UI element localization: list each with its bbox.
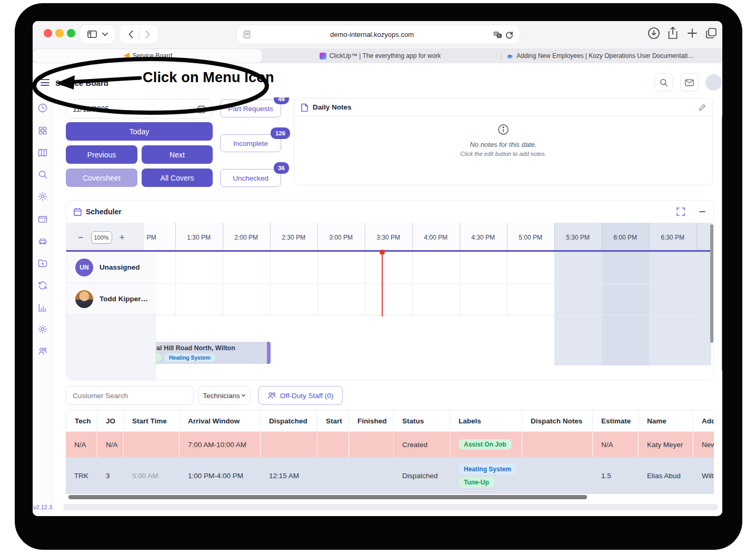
table-cell-labels: Assist On Job bbox=[450, 432, 522, 457]
unchecked-button[interactable]: Unchecked bbox=[220, 169, 281, 187]
page-scrollbar[interactable] bbox=[722, 116, 722, 371]
table-column-header[interactable]: Arrival Window bbox=[180, 410, 261, 432]
after-hours-shading bbox=[554, 252, 602, 365]
bottom-scroll-track bbox=[63, 504, 718, 510]
resource-row-unassigned[interactable]: UN Unassigned bbox=[66, 252, 156, 283]
technicians-dropdown[interactable]: Technicians bbox=[198, 386, 251, 405]
new-tab-icon[interactable] bbox=[687, 28, 698, 38]
tab-separator bbox=[501, 52, 502, 60]
tab-overview-icon[interactable] bbox=[705, 27, 717, 39]
tab-documentation[interactable]: Adding New Employees | Kozy Operations U… bbox=[506, 48, 722, 63]
users-icon bbox=[267, 392, 276, 399]
table-horizontal-scrollbar[interactable] bbox=[68, 495, 587, 499]
table-column-header[interactable]: Dispatch Notes bbox=[522, 410, 593, 432]
downloads-icon[interactable] bbox=[648, 27, 660, 39]
table-column-header[interactable]: Start Time bbox=[124, 410, 180, 432]
scheduler-scrollbar[interactable] bbox=[710, 224, 713, 343]
table-column-header[interactable]: Estimate bbox=[593, 410, 639, 432]
avatar[interactable] bbox=[705, 74, 722, 91]
sidebar-item-history[interactable] bbox=[37, 103, 48, 113]
sidebar-item-add-folder[interactable] bbox=[37, 258, 48, 269]
timeline-header-gridline bbox=[175, 223, 176, 252]
table-row[interactable]: N/AN/A7:00 AM-10:00 AMCreatedAssist On J… bbox=[66, 432, 714, 457]
table-column-header[interactable]: Name bbox=[639, 410, 693, 432]
global-search-button[interactable] bbox=[654, 73, 673, 92]
info-icon bbox=[498, 124, 509, 135]
scheduler-title: Scheduler bbox=[86, 207, 672, 216]
forward-icon[interactable] bbox=[145, 30, 151, 38]
url-bar[interactable]: demo-internal.kozyops.com Ax bbox=[237, 25, 520, 44]
table-column-header[interactable]: Start bbox=[317, 410, 349, 432]
sidebar-item-settings[interactable] bbox=[37, 191, 48, 202]
browser-toolbar: demo-internal.kozyops.com Ax bbox=[33, 21, 722, 48]
table-column-header[interactable]: Status bbox=[394, 410, 450, 432]
date-field[interactable]: 11/12/2025 bbox=[66, 99, 212, 118]
all-covers-button[interactable]: All Covers bbox=[142, 169, 213, 187]
table-row[interactable]: TRK35:00 AM1:00 PM-4:00 PM12:15 AMDispat… bbox=[66, 457, 714, 494]
off-duty-staff-button[interactable]: Off-Duty Staff (0) bbox=[258, 386, 343, 405]
zoom-in-button[interactable]: + bbox=[120, 233, 125, 242]
table-cell-tech: N/A bbox=[66, 432, 97, 457]
collapse-icon[interactable] bbox=[699, 208, 706, 215]
sidebar-item-wallet[interactable] bbox=[37, 214, 48, 224]
sidebar-item-admin-settings[interactable] bbox=[37, 324, 48, 334]
after-hours-shading bbox=[697, 252, 711, 365]
sidebar-item-staff[interactable] bbox=[37, 346, 48, 357]
edit-pencil-icon[interactable] bbox=[699, 104, 706, 111]
table-column-header[interactable]: JO bbox=[97, 410, 124, 432]
table-column-header[interactable]: Finished bbox=[349, 410, 394, 432]
scheduled-job-event[interactable]: al Hill Road North, Wilton Heating Syste… bbox=[143, 342, 271, 364]
menu-icon[interactable] bbox=[41, 79, 49, 86]
sidebar-item-search[interactable] bbox=[37, 169, 48, 180]
table-column-header[interactable]: Add bbox=[693, 410, 714, 432]
resource-row-technician[interactable]: Todd Kipper… bbox=[66, 283, 156, 315]
customer-search-input[interactable] bbox=[66, 386, 194, 405]
table-cell-arrival: 1:00 PM-4:00 PM bbox=[180, 457, 261, 494]
sidebar-item-map[interactable] bbox=[37, 147, 48, 158]
time-column-label: 6:30 PM bbox=[649, 223, 697, 252]
sidebar-item-apps[interactable] bbox=[37, 125, 48, 136]
part-requests-button[interactable]: Part Requests bbox=[220, 100, 281, 117]
event-resize-handle[interactable] bbox=[267, 342, 271, 364]
share-icon[interactable] bbox=[667, 26, 679, 40]
time-column-label: 3:30 PM bbox=[365, 223, 412, 252]
sidebar-item-fleet[interactable] bbox=[37, 236, 48, 246]
coversheet-button[interactable]: Coversheet bbox=[66, 169, 137, 187]
zoom-window-button[interactable] bbox=[67, 29, 75, 37]
chevron-down-icon[interactable] bbox=[102, 32, 108, 36]
resource-name: Todd Kipper… bbox=[100, 295, 148, 303]
table-column-header[interactable]: Labels bbox=[450, 410, 522, 432]
tab-service-board[interactable]: Service Board bbox=[34, 49, 262, 63]
timeline-body: al Hill Road North, Wilton Heating Syste… bbox=[66, 252, 714, 380]
previous-button[interactable]: Previous bbox=[66, 145, 137, 164]
minimize-window-button[interactable] bbox=[55, 29, 64, 37]
current-time-line bbox=[382, 252, 383, 316]
today-button[interactable]: Today bbox=[66, 122, 213, 141]
zoom-out-button[interactable]: − bbox=[78, 233, 84, 242]
table-cell-status: Dispatched bbox=[394, 457, 450, 494]
docs-favicon bbox=[506, 53, 513, 60]
event-title: al Hill Road North, Wilton bbox=[156, 344, 235, 352]
zoom-controls: − 100% + bbox=[66, 223, 144, 252]
reload-icon[interactable] bbox=[505, 31, 513, 39]
table-column-header[interactable]: Tech bbox=[66, 410, 97, 432]
sidebar-item-reports[interactable] bbox=[37, 302, 48, 313]
back-icon[interactable] bbox=[128, 30, 134, 38]
page-title: Service Board bbox=[55, 78, 108, 87]
translate-icon[interactable]: Ax bbox=[493, 31, 502, 38]
table-column-header[interactable]: Dispatched bbox=[261, 410, 317, 432]
daily-notes-panel: Daily Notes No notes for this date. Clic… bbox=[294, 98, 713, 185]
close-window-button[interactable] bbox=[44, 29, 52, 37]
messages-button[interactable] bbox=[680, 73, 699, 92]
reader-icon[interactable] bbox=[243, 31, 251, 38]
sidebar-item-sync[interactable] bbox=[37, 280, 48, 291]
tab-clickup[interactable]: ClickUp™ | The everything app for work bbox=[280, 48, 480, 63]
car-icon bbox=[37, 236, 48, 246]
sidebar-toggle-icon[interactable] bbox=[87, 30, 97, 38]
expand-icon[interactable] bbox=[677, 207, 685, 216]
part-requests-badge: 48 bbox=[274, 97, 289, 104]
table-cell-start bbox=[317, 432, 349, 457]
clock-icon bbox=[37, 103, 48, 113]
job-label-chip: Heating System bbox=[459, 464, 516, 474]
next-button[interactable]: Next bbox=[142, 145, 213, 164]
